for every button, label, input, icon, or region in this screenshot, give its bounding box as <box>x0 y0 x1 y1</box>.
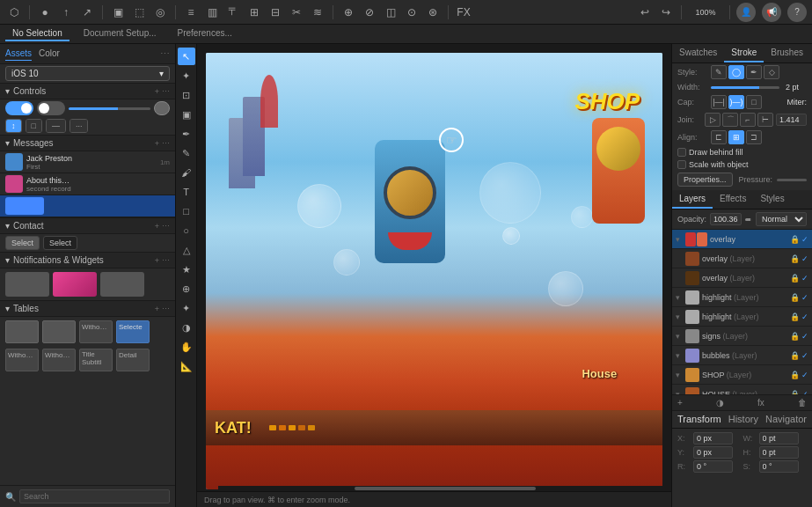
toggle-2[interactable] <box>37 101 65 115</box>
layer-highlight-1[interactable]: ▾ highlight (Layer) 🔒 ✓ <box>672 288 812 307</box>
layer-lock-7[interactable]: 🔒 <box>790 351 800 360</box>
tool-shape-rect[interactable]: □ <box>178 202 195 220</box>
tab-transform[interactable]: Transform <box>677 414 721 424</box>
tool-pencil[interactable]: ✎ <box>178 144 195 162</box>
layer-overlay-2[interactable]: overlay (Layer) 🔒 ✓ <box>672 268 812 288</box>
toolbar-btn-export[interactable]: ⬚ <box>130 4 148 21</box>
app-logo[interactable]: ⬡ <box>5 4 23 21</box>
join-bevel[interactable]: ⌐ <box>740 113 756 127</box>
toolbar-btn-geo[interactable]: ⊙ <box>403 4 421 21</box>
layers-section[interactable]: ▾ overlay 🔒 ✓ overlay (Layer) 🔒 ✓ <box>672 230 812 394</box>
layer-vis-8[interactable]: ✓ <box>801 371 808 379</box>
slider-1[interactable] <box>69 107 150 110</box>
canvas-area[interactable]: SHOP KAT! <box>197 44 671 507</box>
contact-more-btn[interactable]: ⋯ <box>162 222 170 231</box>
table-item-1[interactable] <box>5 320 39 343</box>
seg-btn-4a[interactable]: ··· <box>70 120 88 132</box>
layer-vis-7[interactable]: ✓ <box>801 351 808 360</box>
tab-styles[interactable]: Styles <box>753 190 791 209</box>
tab-no-selection[interactable]: No Selection <box>5 26 69 41</box>
left-panel-scroll[interactable]: ▾ Controls + ⋯ ↕ □ <box>0 83 175 485</box>
width-slider[interactable] <box>711 86 779 89</box>
tool-text[interactable]: T <box>178 183 195 201</box>
layer-vis-icon[interactable]: ✓ <box>801 235 808 244</box>
tool-fill[interactable]: ▣ <box>178 106 195 123</box>
tool-node[interactable]: ✦ <box>178 67 195 84</box>
toolbar-btn-place[interactable]: ▣ <box>109 4 127 21</box>
layer-lock-3[interactable]: 🔒 <box>790 274 800 283</box>
controls-section-header[interactable]: ▾ Controls + ⋯ <box>0 83 175 99</box>
scale-checkbox[interactable]: Scale with object <box>677 160 749 169</box>
table-item-5[interactable]: Witho… <box>5 349 39 371</box>
search-input[interactable] <box>19 489 170 503</box>
align-inside[interactable]: ⊏ <box>711 130 727 144</box>
contact-section-header[interactable]: ▾ Contact + ⋯ <box>0 217 175 234</box>
layers-add-btn[interactable]: + <box>677 398 683 408</box>
align-center[interactable]: ⊞ <box>728 130 744 144</box>
messages-section-header[interactable]: ▾ Messages + ⋯ <box>0 135 175 151</box>
layer-bubbles[interactable]: ▾ bubbles (Layer) 🔒 ✓ <box>672 346 812 365</box>
toolbar-btn-snap[interactable]: ◎ <box>151 4 169 21</box>
toolbar-btn-mask[interactable]: ⊛ <box>424 4 442 21</box>
tool-zoom[interactable]: ⊕ <box>178 280 195 298</box>
layer-signs[interactable]: ▾ signs (Layer) 🔒 ✓ <box>672 327 812 346</box>
tab-layers[interactable]: Layers <box>672 190 713 209</box>
join-miter[interactable]: ▷ <box>705 113 721 127</box>
notification-badge[interactable]: 👤 <box>736 3 756 22</box>
layer-vis-2[interactable]: ✓ <box>801 254 808 263</box>
seg-btn-2a[interactable]: □ <box>26 120 41 132</box>
tool-shape-star[interactable]: ★ <box>178 261 195 278</box>
w-input[interactable] <box>759 432 799 445</box>
layers-mask-btn[interactable]: ◑ <box>716 398 724 408</box>
join-round[interactable]: ⌒ <box>722 113 738 127</box>
layers-fx-btn[interactable]: fx <box>757 398 764 408</box>
seg-btn-3a[interactable]: — <box>47 120 65 132</box>
tables-section-header[interactable]: ▾ Tables + ⋯ <box>0 300 175 317</box>
toolbar-btn-fx[interactable]: FX <box>455 4 472 21</box>
opacity-input[interactable] <box>710 213 742 225</box>
layer-lock-2[interactable]: 🔒 <box>790 254 800 263</box>
controls-more-btn[interactable]: ⋯ <box>162 87 170 96</box>
toolbar-btn-cut[interactable]: ✂ <box>288 4 305 21</box>
layer-overlay-1[interactable]: overlay (Layer) 🔒 ✓ <box>672 249 812 268</box>
table-item-7[interactable]: TitleSubtitl <box>79 349 113 371</box>
tab-stroke[interactable]: Stroke <box>724 44 764 62</box>
toolbar-btn-subtract[interactable]: ⊟ <box>267 4 284 21</box>
toolbar-btn-open[interactable]: ↑ <box>57 4 75 21</box>
toolbar-btn-grid[interactable]: 〒 <box>224 4 242 21</box>
layer-overlay-group[interactable]: ▾ overlay 🔒 ✓ <box>672 230 812 249</box>
toggle-1[interactable] <box>5 101 33 115</box>
toolbar-btn-align[interactable]: ≡ <box>182 4 200 21</box>
pressure-slider[interactable] <box>777 179 807 181</box>
toolbar-btn-contract[interactable]: ⊘ <box>361 4 378 21</box>
tab-swatches[interactable]: Swatches <box>672 44 724 62</box>
layer-vis-3[interactable]: ✓ <box>801 274 808 283</box>
tab-history[interactable]: History <box>728 414 758 424</box>
toggle-3[interactable] <box>154 101 170 115</box>
toolbar-btn-new[interactable]: ● <box>36 4 54 21</box>
notif-more-btn[interactable]: ⋯ <box>162 256 170 265</box>
seg-btn-1a[interactable]: ↕ <box>6 120 21 132</box>
layer-lock-8[interactable]: 🔒 <box>790 371 800 379</box>
tool-crop[interactable]: ⊡ <box>178 86 195 104</box>
contact-add-btn[interactable]: + <box>155 222 159 231</box>
scrollbar-thumb-h[interactable] <box>355 487 536 490</box>
style-icon-brush[interactable]: ✒ <box>746 65 762 79</box>
tool-select[interactable]: ↖ <box>178 48 195 65</box>
toolbar-btn-expand[interactable]: ⊕ <box>340 4 357 21</box>
draw-behind-checkbox[interactable]: Draw behind fill <box>677 148 743 157</box>
tables-add-btn[interactable]: + <box>155 305 159 313</box>
tool-brush[interactable]: 🖌 <box>178 164 195 181</box>
s-input[interactable] <box>759 460 799 473</box>
layer-lock-4[interactable]: 🔒 <box>790 293 800 302</box>
layer-shop[interactable]: ▾ SHOP (Layer) 🔒 ✓ <box>672 365 812 385</box>
tool-measure[interactable]: 📐 <box>178 357 195 375</box>
ios-version-select[interactable]: iOS 10 ▾ <box>5 66 170 81</box>
style-icon-diamond[interactable]: ◇ <box>764 65 779 79</box>
tab-brushes[interactable]: Brushes <box>764 44 810 62</box>
notif-thumb-1[interactable] <box>5 272 49 297</box>
y-input[interactable] <box>693 446 733 459</box>
layer-vis-5[interactable]: ✓ <box>801 312 808 321</box>
tool-hand[interactable]: ✋ <box>178 338 195 356</box>
tables-more-btn[interactable]: ⋯ <box>162 305 170 313</box>
